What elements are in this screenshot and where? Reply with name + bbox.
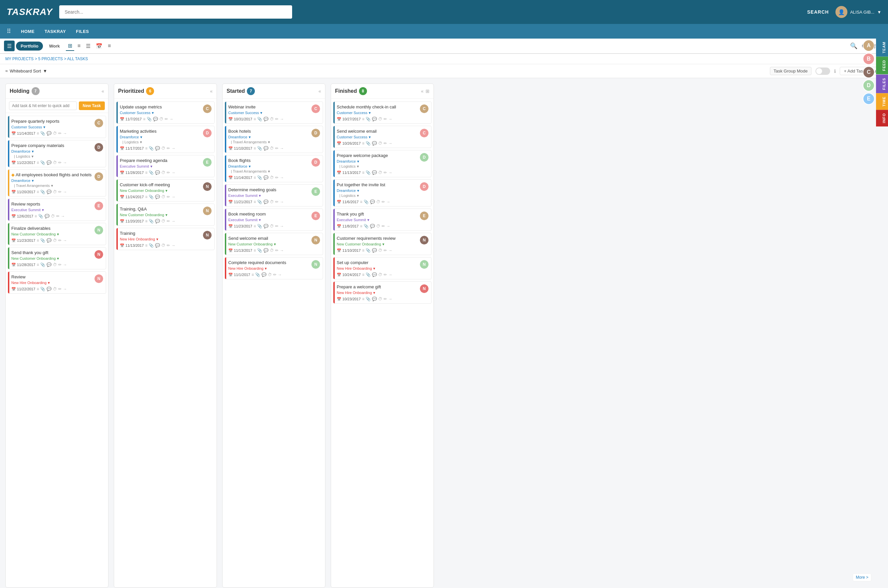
search-icon[interactable]: 🔍 — [850, 42, 857, 50]
task-project[interactable]: Customer Success ▼ — [337, 135, 371, 139]
task-edit-icon[interactable]: ✏ — [384, 117, 387, 122]
task-sub-project[interactable]: | Travel Arrangements ▼ — [14, 184, 54, 188]
task-arrow-icon[interactable]: → — [171, 170, 175, 175]
task-arrow-icon[interactable]: → — [61, 214, 65, 219]
task-title[interactable]: Review — [11, 274, 103, 279]
task-edit-icon[interactable]: ✏ — [167, 219, 170, 224]
task-title[interactable]: Review reports — [11, 201, 103, 207]
task-arrow-icon[interactable]: → — [63, 286, 67, 291]
task-project[interactable]: Customer Success ▼ — [120, 111, 154, 115]
task-edit-icon[interactable]: ✏ — [275, 117, 278, 122]
collapse-icon-holding[interactable]: « — [101, 88, 104, 94]
nav-taskray[interactable]: TASKRAY — [45, 29, 66, 34]
task-edit-icon[interactable]: ✏ — [167, 170, 170, 175]
task-edit-icon[interactable]: ✏ — [275, 248, 278, 253]
task-edit-icon[interactable]: ✏ — [58, 262, 62, 267]
task-arrow-icon[interactable]: → — [278, 272, 282, 277]
task-arrow-icon[interactable]: → — [386, 200, 390, 204]
add-task-input[interactable] — [9, 101, 77, 110]
team-member-avatar[interactable]: E — [863, 93, 875, 105]
new-task-button[interactable]: New Task — [79, 101, 105, 110]
task-project[interactable]: New Customer Onboarding ▼ — [120, 189, 168, 193]
task-title[interactable]: ◆All employees booked flights and hotels — [11, 172, 103, 177]
task-sub-project[interactable]: | Travel Arrangements ▼ — [231, 169, 270, 173]
tab-work[interactable]: Work — [44, 42, 64, 51]
task-arrow-icon[interactable]: → — [171, 146, 175, 151]
task-group-toggle[interactable] — [816, 68, 830, 75]
team-member-avatar[interactable]: B — [863, 53, 875, 65]
task-edit-icon[interactable]: ✏ — [58, 286, 62, 291]
sort-button[interactable]: ≈ Whiteboard Sort ▼ — [5, 69, 47, 74]
info-icon[interactable]: ℹ — [834, 69, 836, 74]
task-arrow-icon[interactable]: → — [280, 146, 284, 151]
task-project[interactable]: Customer Success ▼ — [228, 111, 263, 115]
task-title[interactable]: Set up computer — [337, 260, 428, 265]
tab-portfolio[interactable]: Portfolio — [16, 42, 43, 51]
task-arrow-icon[interactable]: → — [169, 117, 173, 122]
task-project[interactable]: New Customer Onboarding ▼ — [11, 232, 60, 236]
task-edit-icon[interactable]: ✏ — [56, 214, 60, 219]
task-project[interactable]: Dreamforce ▼ — [11, 178, 34, 183]
task-title[interactable]: Customer kick-off meeting — [120, 182, 212, 187]
task-project[interactable]: Executive Summit ▼ — [11, 208, 45, 212]
search-button[interactable]: SEARCH — [807, 9, 829, 15]
task-edit-icon[interactable]: ✏ — [384, 248, 387, 253]
task-edit-icon[interactable]: ✏ — [167, 243, 170, 248]
task-arrow-icon[interactable]: → — [388, 170, 392, 175]
search-input[interactable] — [59, 5, 292, 19]
task-project[interactable]: Customer Success ▼ — [337, 111, 371, 115]
task-title[interactable]: Send thank you gift — [11, 250, 103, 255]
task-arrow-icon[interactable]: → — [63, 238, 67, 243]
task-title[interactable]: Schedule monthly check-in call — [337, 104, 428, 110]
task-title[interactable]: Book hotels — [228, 129, 320, 134]
task-title[interactable]: Customer requirements review — [337, 236, 428, 241]
grid-icon[interactable]: ⠿ — [7, 28, 11, 35]
task-edit-icon[interactable]: ✏ — [58, 190, 62, 194]
collapse-icon-prioritized[interactable]: « — [210, 88, 213, 94]
task-arrow-icon[interactable]: → — [280, 224, 284, 228]
task-project[interactable]: New Hire Onboarding ▼ — [11, 281, 51, 285]
task-arrow-icon[interactable]: → — [388, 297, 392, 302]
task-project[interactable]: Dreamforce ▼ — [337, 189, 360, 193]
task-arrow-icon[interactable]: → — [280, 117, 284, 122]
nav-home[interactable]: HOME — [21, 29, 35, 34]
task-edit-icon[interactable]: ✏ — [384, 272, 387, 277]
task-title[interactable]: Training, Q&A — [120, 207, 212, 212]
nav-files[interactable]: FILES — [76, 29, 89, 34]
task-sub-project[interactable]: | Logistics ▼ — [340, 164, 360, 168]
task-project[interactable]: New Customer Onboarding ▼ — [11, 256, 60, 260]
task-arrow-icon[interactable]: → — [388, 272, 392, 277]
task-arrow-icon[interactable]: → — [63, 190, 67, 194]
collapse-icon-finished[interactable]: « — [421, 88, 424, 94]
task-sub-project[interactable]: | Logistics ▼ — [14, 154, 34, 158]
task-edit-icon[interactable]: ✏ — [167, 146, 170, 151]
task-arrow-icon[interactable]: → — [63, 131, 67, 136]
task-title[interactable]: Prepare meeting agenda — [120, 158, 212, 163]
portfolio-icon[interactable]: ☰ — [4, 40, 15, 51]
task-title[interactable]: Finalize deliverables — [11, 226, 103, 231]
task-project[interactable]: Dreamforce ▼ — [337, 159, 360, 163]
grid-icon-finished[interactable]: ⊞ — [425, 88, 430, 94]
calendar-view-btn[interactable]: 📅 — [94, 42, 104, 51]
task-arrow-icon[interactable]: → — [171, 195, 175, 199]
task-edit-icon[interactable]: ✏ — [275, 200, 278, 204]
task-arrow-icon[interactable]: → — [63, 160, 67, 165]
task-edit-icon[interactable]: ✏ — [165, 117, 168, 122]
task-project[interactable]: New Hire Onboarding ▼ — [228, 266, 267, 270]
task-project[interactable]: Executive Summit ▼ — [337, 218, 370, 222]
breadcrumb-text[interactable]: MY PROJECTS > 5 PROJECTS > ALL TASKS — [5, 57, 88, 61]
sidebar-tab-time[interactable]: TIME — [876, 93, 888, 110]
task-title[interactable]: Complete required documents — [228, 260, 320, 265]
task-project[interactable]: New Hire Onboarding ▼ — [120, 237, 159, 241]
task-title[interactable]: Update usage metrics — [120, 104, 212, 110]
collapse-icon-started[interactable]: « — [319, 88, 321, 94]
task-edit-icon[interactable]: ✏ — [58, 131, 62, 136]
task-arrow-icon[interactable]: → — [388, 248, 392, 253]
task-title[interactable]: Put together the invite list — [337, 182, 428, 187]
task-title[interactable]: Prepare welcome package — [337, 153, 428, 158]
task-project[interactable]: New Customer Onboarding ▼ — [337, 242, 385, 246]
task-arrow-icon[interactable]: → — [280, 175, 284, 180]
task-project[interactable]: Executive Summit ▼ — [120, 164, 153, 168]
task-arrow-icon[interactable]: → — [388, 117, 392, 122]
sidebar-tab-info[interactable]: INFO — [876, 110, 888, 126]
